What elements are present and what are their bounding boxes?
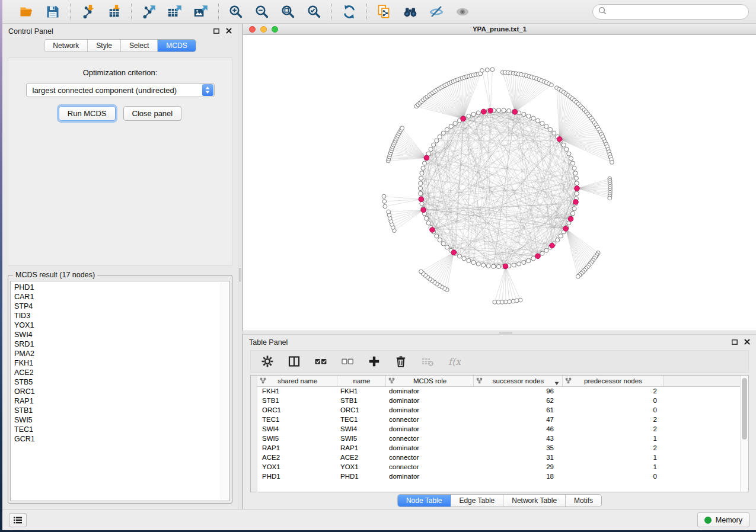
run-mcds-button[interactable]: Run MCDS <box>59 106 116 121</box>
network-window: YPA_prune.txt_1 <box>243 24 756 331</box>
table-row[interactable]: PHD1PHD1dominator180 <box>257 472 740 481</box>
table-settings-button[interactable] <box>259 352 276 370</box>
network-window-title: YPA_prune.txt_1 <box>473 25 527 33</box>
tab-network[interactable]: Network <box>44 40 88 52</box>
deselect-all-button[interactable] <box>339 352 356 370</box>
table-tab-network-table[interactable]: Network Table <box>503 495 566 507</box>
table-row[interactable]: ORC1ORC1dominator610 <box>257 405 740 415</box>
table-tab-node-table[interactable]: Node Table <box>398 495 451 507</box>
close-panel-button[interactable]: Close panel <box>123 106 182 121</box>
delete-table-button[interactable] <box>419 352 436 370</box>
export-table-button[interactable] <box>165 2 185 22</box>
attribute-icon <box>476 377 483 385</box>
table-row[interactable]: RAP1RAP1dominator352 <box>257 443 740 453</box>
minimize-window-button[interactable] <box>260 26 267 33</box>
mcds-result-item[interactable]: RAP1 <box>14 396 229 406</box>
table-scrollbar[interactable] <box>740 376 748 492</box>
mcds-result-item[interactable]: SWI5 <box>14 415 229 425</box>
column-header-predecessor-nodes[interactable]: predecessor nodes <box>562 376 663 386</box>
column-header-MCDS-role[interactable]: MCDS role <box>385 376 473 386</box>
close-panel-icon[interactable] <box>226 27 232 36</box>
column-header-successor-nodes[interactable]: successor nodes <box>473 376 562 386</box>
float-panel-icon[interactable] <box>213 27 219 36</box>
status-bar: Memory <box>2 509 756 530</box>
export-network-button[interactable] <box>139 2 159 22</box>
hide-selected-button[interactable] <box>426 2 446 22</box>
tab-mcds[interactable]: MCDS <box>158 40 195 52</box>
search-box <box>592 4 749 20</box>
delete-column-button[interactable] <box>392 352 410 370</box>
column-header-shared-name[interactable]: shared name <box>257 376 337 386</box>
search-input[interactable] <box>610 7 743 16</box>
close-panel-icon[interactable] <box>744 338 750 347</box>
vertical-splitter[interactable] <box>238 24 243 509</box>
sort-menu-icon[interactable] <box>554 379 559 386</box>
table-row[interactable]: SWI4SWI4dominator462 <box>257 424 740 434</box>
mcds-result-title: MCDS result (17 nodes) <box>13 271 97 279</box>
tab-select[interactable]: Select <box>121 40 158 52</box>
mcds-result-item[interactable]: GCR1 <box>14 434 229 444</box>
result-list-scrollbar[interactable] <box>221 283 228 499</box>
mcds-result-item[interactable]: FKH1 <box>14 358 229 368</box>
import-network-button[interactable] <box>78 2 98 22</box>
scrollbar-thumb[interactable] <box>742 378 747 440</box>
mcds-result-item[interactable]: STP4 <box>14 302 229 311</box>
mcds-result-item[interactable]: STB5 <box>14 377 229 387</box>
mcds-result-item[interactable]: SWI4 <box>14 330 229 339</box>
column-header-name[interactable]: name <box>337 376 385 386</box>
task-history-button[interactable] <box>9 513 27 527</box>
import-network-icon <box>80 4 95 20</box>
mcds-result-item[interactable]: CAR1 <box>14 292 229 302</box>
mcds-result-item[interactable]: SRD1 <box>14 339 229 349</box>
zoom-in-button[interactable] <box>226 2 246 22</box>
show-all-button[interactable] <box>452 2 473 22</box>
mcds-result-item[interactable]: ORC1 <box>14 387 229 396</box>
mcds-result-item[interactable]: PMA2 <box>14 349 229 358</box>
mcds-result-item[interactable]: PHD1 <box>14 283 229 292</box>
close-window-button[interactable] <box>249 26 256 33</box>
memory-button[interactable]: Memory <box>697 512 749 527</box>
share-document-button[interactable] <box>374 2 394 22</box>
function-builder-button[interactable]: f(x) <box>445 352 463 370</box>
horizontal-splitter[interactable] <box>243 331 756 335</box>
delete-table-icon <box>421 355 434 368</box>
network-canvas[interactable] <box>243 35 756 331</box>
tab-style[interactable]: Style <box>88 40 121 52</box>
splitter-grip[interactable] <box>239 268 241 281</box>
function-builder-icon: f(x) <box>448 355 461 368</box>
table-row[interactable]: STB1STB1dominator620 <box>257 396 740 405</box>
mcds-result-item[interactable]: STB1 <box>14 406 229 415</box>
mcds-result-list[interactable]: PHD1CAR1STP4TID3YOX1SWI4SRD1PMA2FKH1ACE2… <box>10 281 230 501</box>
table-row[interactable]: SWI5SWI5connector431 <box>257 434 740 443</box>
import-table-button[interactable] <box>104 2 124 22</box>
memory-status-icon <box>704 517 712 524</box>
export-image-button[interactable] <box>191 2 211 22</box>
splitter-grip[interactable] <box>499 332 512 334</box>
select-all-button[interactable] <box>312 352 330 370</box>
open-file-button[interactable] <box>17 2 37 22</box>
float-panel-icon[interactable] <box>732 338 738 347</box>
table-tab-edge-table[interactable]: Edge Table <box>451 495 503 507</box>
search-network-button[interactable] <box>400 2 420 22</box>
save-session-button[interactable] <box>43 2 63 22</box>
table-row[interactable]: YOX1YOX1connector291 <box>257 462 740 472</box>
table-panel-title: Table Panel <box>249 338 732 347</box>
table-toolbar: f(x) <box>250 350 749 373</box>
mcds-result-item[interactable]: ACE2 <box>14 368 229 377</box>
optimization-criterion-select[interactable]: largest connected component (undirected) <box>26 83 215 97</box>
maximize-window-button[interactable] <box>272 26 278 33</box>
add-column-button[interactable] <box>365 352 383 370</box>
mcds-result-item[interactable]: TID3 <box>14 311 229 321</box>
refresh-view-button[interactable] <box>339 2 359 22</box>
table-row[interactable]: ACE2ACE2connector311 <box>257 453 740 462</box>
table-row[interactable]: TEC1TEC1connector472 <box>257 415 740 424</box>
zoom-out-button[interactable] <box>252 2 272 22</box>
table-row[interactable]: FKH1FKH1dominator962 <box>257 386 740 396</box>
split-columns-button[interactable] <box>285 352 303 370</box>
mcds-result-item[interactable]: TEC1 <box>14 425 229 434</box>
zoom-selected-button[interactable] <box>304 2 324 22</box>
zoom-fit-button[interactable] <box>278 2 298 22</box>
mcds-result-item[interactable]: YOX1 <box>14 321 229 330</box>
deselect-all-icon <box>341 355 354 368</box>
table-tab-motifs[interactable]: Motifs <box>566 495 601 507</box>
